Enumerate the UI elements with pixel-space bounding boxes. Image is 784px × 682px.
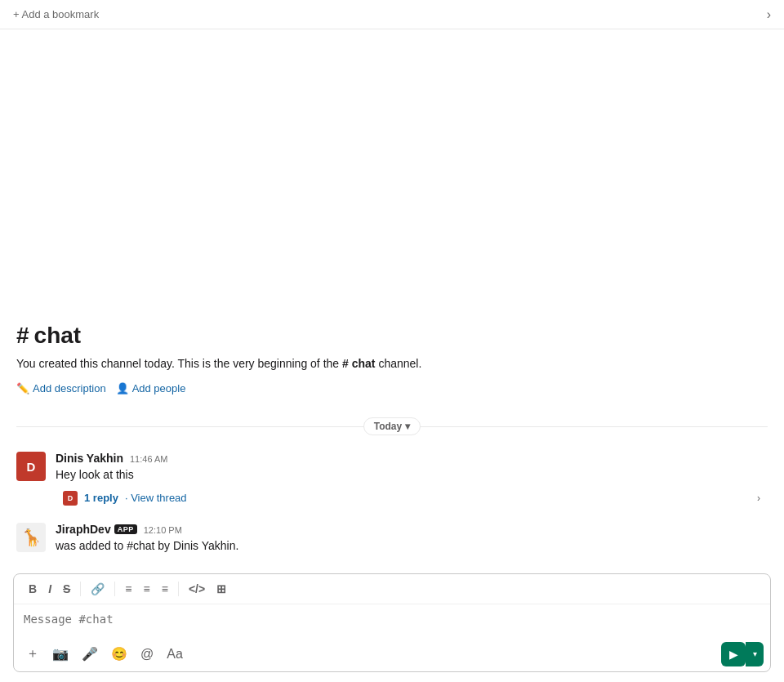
sender-name: JiraphDev APP [56,523,137,536]
thread-reply[interactable]: D 1 reply · View thread › [56,487,768,510]
channel-link-ref: # chat [342,357,375,370]
format-button[interactable]: Aa [161,643,189,666]
message-time: 11:46 AM [130,454,167,464]
message-group: 🦒 JiraphDev APP 12:10 PM was added to #c… [0,516,784,560]
add-bookmark-button[interactable]: + Add a bookmark [13,8,99,20]
at-icon: @ [140,647,154,662]
message-input[interactable] [24,613,760,632]
date-divider: Today ▾ [0,408,784,445]
channel-description-text: You created this channel today. This is … [16,355,768,372]
date-label: Today [374,421,402,432]
message-content: JiraphDev APP 12:10 PM was added to #cha… [56,523,768,554]
italic-button[interactable]: I [43,579,56,599]
emoji-icon: 😊 [111,646,127,662]
channel-title-row: # chat [16,323,768,349]
message-time: 12:10 PM [144,525,182,535]
link-icon: 🔗 [91,582,105,595]
message-text: Hey look at this [56,466,768,483]
pencil-icon: ✏️ [16,382,29,394]
code-icon: </> [189,582,205,595]
formatting-toolbar: B I S 🔗 ≡ ≡ ≡ </> ⊞ [14,574,770,604]
channel-name: chat [34,323,82,349]
chevron-down-icon: ▾ [753,649,757,658]
avatar: D [16,452,46,481]
block-icon: ⊞ [216,582,226,595]
toolbar-sep-2 [114,582,115,596]
channel-actions: ✏️ Add description 👤 Add people [16,382,768,394]
chat-main: # chat You created this channel today. T… [0,29,784,682]
bold-button[interactable]: B [24,579,42,599]
message-header: JiraphDev APP 12:10 PM [56,523,768,536]
send-options-button[interactable]: ▾ [746,642,764,666]
strikethrough-button[interactable]: S [58,579,75,599]
bottom-spacer [0,560,784,567]
indent-icon: ≡ [162,582,168,595]
emoji-picker-button[interactable]: 😊 [105,642,133,666]
message-content: Dinis Yakhin 11:46 AM Hey look at this D… [56,452,768,509]
app-badge: APP [114,524,137,534]
toolbar-sep-1 [80,582,81,596]
bookmark-bar: + Add a bookmark › [0,0,784,29]
send-icon: ▶ [729,648,738,661]
top-spacer [0,29,784,303]
bookmark-chevron-icon: › [767,7,771,21]
bullet-list-button[interactable]: ≡ [139,579,155,599]
thread-reply-count: 1 reply [84,492,118,504]
channel-intro: # chat You created this channel today. T… [0,303,784,408]
code-button[interactable]: </> [184,579,210,599]
messages-area[interactable]: # chat You created this channel today. T… [0,29,784,567]
thread-view-label: · View thread [125,492,187,504]
message-text: was added to #chat by Dinis Yakhin. [56,537,768,554]
ordered-list-button[interactable]: ≡ [120,579,136,599]
channel-hash-icon: # [16,323,29,349]
camera-icon: 📷 [52,646,69,662]
block-button[interactable]: ⊞ [212,579,231,599]
message-input-area: B I S 🔗 ≡ ≡ ≡ </> ⊞ ＋ 📷 [13,573,771,672]
input-bottom-left: ＋ 📷 🎤 😊 @ Aa [20,641,189,666]
bullet-list-icon: ≡ [144,582,150,595]
message-group: D Dinis Yakhin 11:46 AM Hey look at this… [0,445,784,515]
microphone-button[interactable]: 🎤 [76,642,104,666]
add-description-button[interactable]: ✏️ Add description [16,382,106,394]
date-badge-button[interactable]: Today ▾ [363,417,421,435]
avatar: 🦒 [16,523,46,552]
input-bottom-bar: ＋ 📷 🎤 😊 @ Aa ▶ [14,638,770,671]
mention-button[interactable]: @ [135,643,159,666]
toolbar-sep-3 [178,582,179,596]
thread-arrow-icon: › [757,493,760,504]
sender-name: Dinis Yakhin [56,452,123,465]
link-button[interactable]: 🔗 [86,579,109,599]
indent-button[interactable]: ≡ [157,579,173,599]
date-chevron-icon: ▾ [405,421,410,432]
message-input-row [14,604,770,638]
person-add-icon: 👤 [116,382,129,394]
input-bottom-right: ▶ ▾ [721,642,764,666]
plus-icon: ＋ [26,645,39,662]
attach-plus-button[interactable]: ＋ [20,641,45,666]
camera-button[interactable]: 📷 [47,642,74,666]
ordered-list-icon: ≡ [125,582,131,595]
mic-icon: 🎤 [82,646,98,662]
send-button[interactable]: ▶ [721,642,746,666]
add-people-button[interactable]: 👤 Add people [116,382,186,394]
format-icon: Aa [167,647,183,662]
message-header: Dinis Yakhin 11:46 AM [56,452,768,465]
thread-avatar: D [63,491,78,506]
